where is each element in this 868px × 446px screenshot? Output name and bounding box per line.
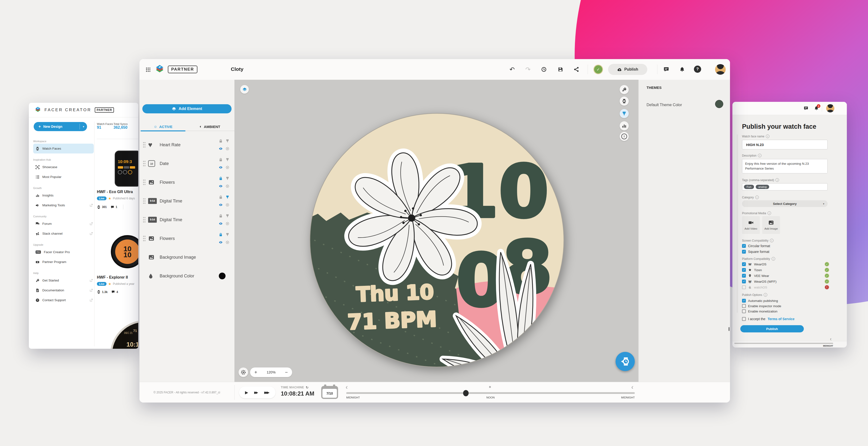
checkbox-icon[interactable] (742, 299, 746, 303)
scrollbar-thumb[interactable] (728, 327, 730, 331)
platform-row-vee-wear[interactable]: VEE Wear ✓ (742, 274, 769, 278)
drag-handle-icon[interactable] (143, 235, 146, 242)
lock-icon[interactable] (219, 158, 223, 162)
visibility-eye-icon[interactable] (219, 203, 223, 207)
card-title[interactable]: HWF - Eco GR Ultra (97, 190, 138, 194)
lock-icon-locked[interactable] (219, 176, 223, 180)
sidebar-item-partner-program[interactable]: Partner Program (33, 257, 94, 267)
checkbox-icon[interactable] (742, 285, 746, 289)
theme-brush-icon[interactable] (225, 214, 229, 218)
category-select[interactable]: Select Category ▾ (742, 200, 828, 207)
settings-gear-icon[interactable] (225, 184, 229, 188)
checkbox-monetization[interactable]: Enable monetization (742, 309, 777, 313)
save-icon[interactable] (557, 66, 564, 73)
background-color-swatch[interactable] (219, 273, 225, 279)
send-to-watch-fab[interactable] (616, 352, 635, 371)
sidebar-item-facer-creator-pro[interactable]: PROFacer Creator Pro (33, 247, 94, 257)
layer-label[interactable]: Heart Rate (160, 142, 181, 147)
checkbox-icon[interactable] (742, 268, 746, 272)
add-image-button[interactable]: Add Image (762, 216, 780, 234)
layer-row-heart-rate[interactable]: ♥ Heart Rate (140, 135, 235, 154)
layers-toggle-button[interactable] (240, 85, 249, 94)
feedback-chat-icon[interactable] (804, 106, 808, 110)
watchface-thumbnail[interactable]: DEC 21 71 10:10:4 LOS ANGELES 29°C (110, 320, 138, 349)
user-avatar[interactable] (715, 64, 726, 75)
notifications-bell-icon[interactable] (678, 66, 686, 73)
layer-row-digital-time[interactable]: 9:54 Digital Time (140, 192, 235, 210)
lock-icon[interactable] (219, 214, 223, 218)
settings-gear-icon[interactable] (225, 147, 229, 150)
launch-rocket-button[interactable] (620, 85, 629, 94)
sidebar-item-most-popular[interactable]: Most Popular (33, 172, 94, 182)
checkbox-square-format[interactable]: Square format (742, 250, 769, 253)
tags-input[interactable]: Fun analog (742, 183, 828, 191)
theme-brush-icon[interactable] (225, 158, 229, 162)
chevron-down-icon[interactable]: ▾ (83, 125, 84, 128)
publish-button[interactable]: Publish (608, 64, 647, 75)
info-icon[interactable]: i (766, 135, 769, 138)
fastest-forward-icon[interactable]: ▶▶▶ (264, 390, 270, 394)
checkbox-icon[interactable] (742, 274, 746, 278)
checkbox-circular-format[interactable]: Circular format (742, 244, 770, 248)
layer-row-flowers[interactable]: Flowers (140, 229, 235, 248)
fast-forward-icon[interactable]: ▶▶ (254, 390, 258, 394)
checkbox-inspector-mode[interactable]: Enable inspector mode (742, 304, 781, 308)
settings-gear-icon[interactable] (225, 203, 229, 207)
theme-brush-icon[interactable] (225, 176, 229, 180)
undo-icon[interactable]: ↶ (508, 66, 516, 73)
platform-row-wearos[interactable]: WWearOS ✓ (742, 262, 767, 266)
watchface-preview[interactable]: 10 0 8 Thu 10 71 BPM (307, 110, 567, 370)
feedback-chat-icon[interactable] (662, 66, 670, 73)
drag-handle-icon[interactable] (143, 217, 146, 223)
info-icon[interactable]: i (768, 211, 771, 215)
platform-row-watchos[interactable]: watchOS ! (742, 285, 767, 289)
info-icon[interactable]: i (770, 239, 774, 242)
stats-button[interactable] (620, 121, 629, 130)
sidebar-item-watch-faces[interactable]: Watch Faces (33, 144, 94, 153)
drag-handle-icon[interactable] (143, 142, 146, 148)
add-element-button[interactable]: Add Element (142, 104, 231, 113)
info-icon[interactable]: i (772, 257, 775, 261)
visibility-eye-icon[interactable] (219, 222, 223, 226)
visibility-eye-icon[interactable] (219, 166, 223, 169)
layer-label[interactable]: Date (160, 161, 169, 166)
card-title[interactable]: HWF - Explorer II (97, 275, 138, 280)
layer-row-flowers[interactable]: Flowers (140, 173, 235, 192)
settings-gear-icon[interactable] (225, 166, 229, 169)
tab-active[interactable]: ☼ ACTIVE (141, 123, 185, 131)
layer-label[interactable]: Flowers (160, 180, 175, 185)
zoom-in-button[interactable]: + (254, 370, 257, 375)
info-icon[interactable]: i (764, 293, 767, 297)
checkbox-icon[interactable] (742, 244, 746, 248)
checkbox-icon[interactable] (742, 250, 746, 253)
layer-row-digital-time[interactable]: 9:54 Digital Time (140, 210, 235, 229)
visibility-eye-icon[interactable] (219, 147, 223, 150)
share-icon[interactable] (572, 66, 580, 73)
sidebar-item-contact-support[interactable]: Contact Support (33, 295, 94, 305)
sidebar-item-get-started[interactable]: Get Started (33, 275, 94, 285)
visibility-eye-icon[interactable] (219, 184, 223, 188)
new-design-button[interactable]: + New Design ▾ (34, 122, 87, 131)
drag-handle-icon[interactable] (143, 198, 146, 204)
mini-timeline-track[interactable] (734, 343, 833, 344)
layer-row-background-color[interactable]: Background Color (140, 267, 235, 285)
theme-color-swatch[interactable] (715, 100, 723, 108)
layer-label[interactable]: Digital Time (160, 199, 182, 204)
info-icon[interactable]: i (758, 154, 762, 157)
watch-preview-button[interactable] (620, 97, 629, 106)
checkbox-icon[interactable] (742, 280, 746, 283)
checkbox-icon[interactable] (742, 309, 746, 313)
notifications-bell-icon[interactable]: 3 (814, 106, 819, 110)
date-picker[interactable]: 7/10 (321, 386, 338, 399)
info-button[interactable]: i (620, 132, 629, 141)
tag-chip[interactable]: analog (756, 185, 769, 189)
lock-icon[interactable] (219, 195, 223, 199)
description-textarea[interactable]: Enjoy this free version of the upcoming … (742, 159, 828, 173)
canvas-settings-gear-button[interactable] (239, 368, 248, 377)
facer-logo-icon[interactable] (155, 65, 164, 74)
theme-brush-icon-active[interactable] (225, 195, 229, 199)
theme-brush-icon[interactable] (225, 233, 229, 237)
checkbox-icon[interactable] (742, 262, 746, 266)
sidebar-item-marketing-tools[interactable]: Marketing Tools (33, 200, 94, 210)
layer-row-date[interactable]: 10 Date (140, 154, 235, 173)
